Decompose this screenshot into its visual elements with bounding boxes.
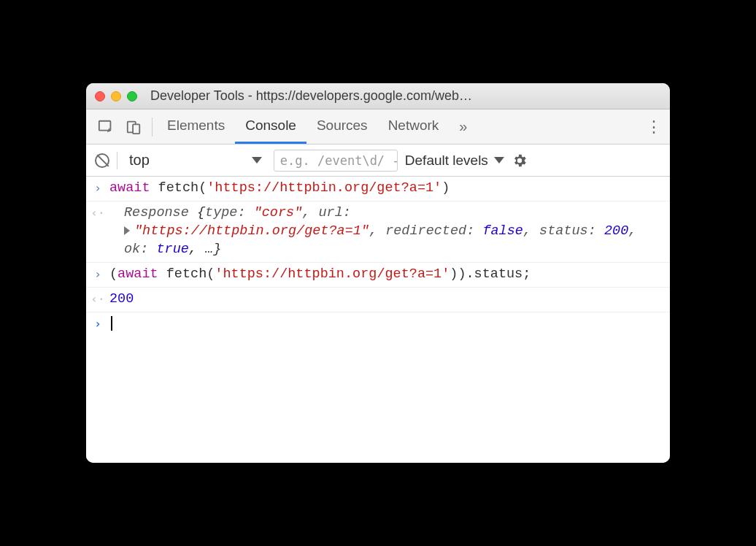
close-window-button[interactable]	[95, 91, 105, 101]
code: (await fetch('https://httpbin.org/get?a=…	[109, 266, 670, 284]
tail: )).status;	[450, 266, 531, 282]
number-literal: 200	[109, 291, 134, 307]
expand-triangle-icon[interactable]	[124, 226, 130, 235]
code: await fetch('https://httpbin.org/get?a=1…	[109, 180, 670, 198]
active-prompt-icon: ›	[86, 315, 109, 331]
prop-type: type:	[205, 205, 254, 220]
result-value: 200	[109, 291, 670, 309]
maximize-window-button[interactable]	[127, 91, 137, 101]
tab-console[interactable]: Console	[235, 109, 306, 144]
window-titlebar: Developer Tools - https://developers.goo…	[86, 83, 670, 109]
svg-rect-2	[133, 124, 139, 134]
console-input-line: › (await fetch('https://httpbin.org/get?…	[86, 263, 670, 288]
ellipsis: , …}	[189, 242, 221, 257]
chevron-down-icon	[494, 157, 504, 164]
device-toolbar-icon[interactable]	[120, 119, 147, 135]
console-output-line: ‹· 200	[86, 288, 670, 312]
tab-network[interactable]: Network	[378, 109, 450, 144]
prop-redirected: , redirected:	[369, 223, 482, 239]
string-literal: 'https://httpbin.org/get?a=1'	[215, 266, 450, 282]
clear-console-icon[interactable]	[95, 153, 109, 168]
val-ok: true	[156, 242, 188, 257]
toolbar-separator	[117, 152, 117, 169]
tabbar-separator	[152, 118, 153, 136]
more-tabs-button[interactable]: »	[449, 118, 477, 135]
console-input-line: › await fetch('https://httpbin.org/get?a…	[86, 177, 670, 201]
val-status: 200	[604, 223, 628, 239]
val-type: "cors"	[254, 205, 303, 220]
console-body[interactable]: › await fetch('https://httpbin.org/get?a…	[86, 177, 670, 463]
paren: (	[109, 266, 117, 282]
call: fetch(	[158, 266, 215, 282]
console-toolbar: top e.g. /event\d/ -c Default levels	[86, 145, 670, 177]
keyword: await	[109, 180, 150, 196]
console-active-prompt[interactable]: ›	[86, 312, 670, 337]
prop-url: , url:	[302, 205, 351, 220]
window-title: Developer Tools - https://developers.goo…	[143, 88, 661, 104]
text-cursor	[111, 316, 112, 331]
execution-context-selector[interactable]: top	[125, 152, 266, 169]
object-name: Response	[124, 205, 197, 220]
console-filter-input[interactable]: e.g. /event\d/ -c	[274, 150, 398, 172]
devtools-menu-icon[interactable]: ⋮	[644, 118, 664, 136]
chevron-down-icon	[252, 157, 262, 164]
traffic-lights	[95, 91, 137, 101]
console-settings-icon[interactable]	[512, 153, 528, 169]
minimize-window-button[interactable]	[111, 91, 121, 101]
string-literal: 'https://httpbin.org/get?a=1'	[207, 180, 441, 196]
log-levels-label: Default levels	[405, 153, 488, 169]
devtools-tabbar: Elements Console Sources Network » ⋮	[86, 109, 670, 145]
brace: {	[197, 205, 205, 220]
val-redirected: false	[482, 223, 523, 239]
keyword: await	[117, 266, 158, 282]
console-output-line: ‹· Response {type: "cors", url: "https:/…	[86, 201, 670, 263]
devtools-window: Developer Tools - https://developers.goo…	[86, 83, 670, 463]
val-url: "https://httpbin.org/get?a=1"	[134, 223, 369, 239]
input-prompt-icon: ›	[86, 266, 109, 281]
tab-sources[interactable]: Sources	[306, 109, 378, 144]
inspect-element-icon[interactable]	[92, 119, 120, 135]
filter-placeholder: e.g. /event\d/ -c	[280, 153, 398, 168]
active-input[interactable]	[109, 315, 670, 334]
output-return-icon: ‹·	[86, 204, 109, 220]
execution-context-label: top	[129, 152, 150, 169]
response-object[interactable]: Response {type: "cors", url: "https://ht…	[109, 204, 670, 259]
paren: )	[441, 180, 450, 196]
output-return-icon: ‹·	[86, 291, 109, 306]
log-levels-selector[interactable]: Default levels	[405, 153, 504, 169]
tab-elements[interactable]: Elements	[157, 109, 235, 144]
call: fetch(	[150, 180, 207, 196]
input-prompt-icon: ›	[86, 180, 109, 195]
prop-status: , status:	[523, 223, 604, 239]
